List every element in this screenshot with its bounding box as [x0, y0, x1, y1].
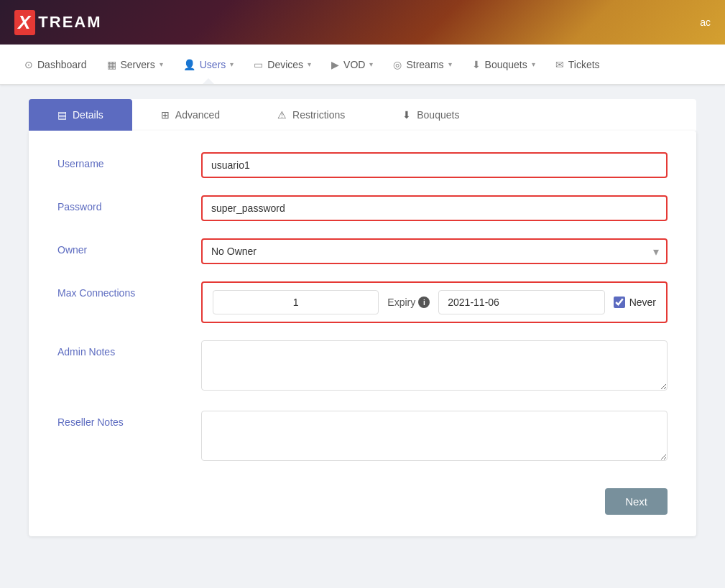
tab-restrictions[interactable]: ⚠ Restrictions — [249, 99, 374, 131]
header: X TREAM ac — [0, 0, 725, 45]
password-row: Password — [57, 195, 668, 221]
advanced-tab-icon: ⊞ — [161, 109, 170, 121]
streams-icon: ◎ — [393, 59, 402, 70]
username-row: Username — [57, 152, 668, 178]
password-input[interactable] — [201, 195, 668, 221]
devices-chevron: ▾ — [308, 60, 311, 68]
password-control — [201, 195, 668, 221]
nav-bouquets[interactable]: ⬇ Bouquets ▾ — [462, 45, 545, 84]
form-card: Username Password Owner No Owner ▾ — [29, 131, 696, 536]
owner-control: No Owner ▾ — [201, 238, 668, 264]
max-connections-control: Expiry i Never — [201, 281, 668, 323]
bouquets-tab-icon: ⬇ — [402, 109, 411, 121]
expiry-text: Expiry — [387, 297, 415, 308]
reseller-notes-control — [201, 411, 668, 464]
nav-vod[interactable]: ▶ VOD ▾ — [321, 45, 383, 84]
owner-row: Owner No Owner ▾ — [57, 238, 668, 264]
username-input[interactable] — [201, 152, 668, 178]
main-content: ▤ Details ⊞ Advanced ⚠ Restrictions ⬇ Bo… — [0, 85, 725, 551]
owner-label: Owner — [57, 238, 201, 256]
next-button[interactable]: Next — [605, 488, 668, 515]
nav-bouquets-label: Bouquets — [485, 59, 527, 70]
never-wrap[interactable]: Never — [614, 297, 656, 308]
nav-tickets-label: Tickets — [568, 59, 600, 70]
streams-chevron: ▾ — [448, 60, 452, 68]
expiry-info-icon: i — [418, 297, 430, 308]
username-control — [201, 152, 668, 178]
logo-tream: TREAM — [38, 13, 101, 32]
tab-bouquets[interactable]: ⬇ Bouquets — [374, 99, 488, 131]
max-connections-row: Max Connections Expiry i Never — [57, 281, 668, 323]
tab-restrictions-label: Restrictions — [292, 109, 345, 121]
users-icon: 👤 — [183, 59, 195, 70]
nav-servers[interactable]: ▦ Servers ▾ — [97, 45, 173, 84]
devices-icon: ▭ — [254, 59, 263, 70]
admin-notes-row: Admin Notes — [57, 340, 668, 393]
nav-vod-label: VOD — [343, 59, 365, 70]
vod-icon: ▶ — [331, 59, 339, 70]
nav-devices-label: Devices — [267, 59, 303, 70]
tab-details-label: Details — [73, 109, 103, 121]
admin-notes-textarea[interactable] — [201, 340, 668, 391]
servers-icon: ▦ — [107, 59, 116, 70]
vod-chevron: ▾ — [369, 60, 373, 68]
reseller-notes-label: Reseller Notes — [57, 411, 201, 428]
restrictions-tab-icon: ⚠ — [277, 109, 287, 121]
expiry-date-input[interactable] — [438, 290, 604, 314]
nav-users[interactable]: 👤 Users ▾ — [173, 45, 244, 84]
reseller-notes-row: Reseller Notes — [57, 411, 668, 464]
admin-notes-label: Admin Notes — [57, 340, 201, 358]
owner-select-wrap: No Owner ▾ — [201, 238, 668, 264]
header-user: ac — [700, 17, 711, 28]
servers-chevron: ▾ — [160, 60, 163, 68]
tab-advanced-label: Advanced — [175, 109, 220, 121]
nav-streams[interactable]: ◎ Streams ▾ — [383, 45, 461, 84]
navbar: ⊙ Dashboard ▦ Servers ▾ 👤 Users ▾ ▭ Devi… — [0, 45, 725, 85]
bouquets-icon: ⬇ — [472, 59, 481, 70]
expiry-label: Expiry i — [387, 297, 430, 308]
form-actions: Next — [57, 481, 668, 515]
nav-devices[interactable]: ▭ Devices ▾ — [244, 45, 321, 84]
tab-bouquets-label: Bouquets — [417, 109, 459, 121]
connections-wrap: Expiry i Never — [201, 281, 668, 323]
owner-select[interactable]: No Owner — [201, 238, 668, 264]
nav-users-label: Users — [200, 59, 226, 70]
logo: X TREAM — [14, 10, 102, 35]
bouquets-chevron: ▾ — [532, 60, 535, 68]
max-connections-label: Max Connections — [57, 281, 201, 299]
admin-notes-control — [201, 340, 668, 393]
reseller-notes-textarea[interactable] — [201, 411, 668, 461]
nav-dashboard-label: Dashboard — [37, 59, 87, 70]
max-connections-input[interactable] — [213, 290, 379, 314]
never-label: Never — [629, 297, 656, 308]
dashboard-icon: ⊙ — [24, 59, 33, 70]
username-label: Username — [57, 152, 201, 169]
never-checkbox[interactable] — [614, 297, 625, 308]
tickets-icon: ✉ — [555, 59, 564, 70]
tabs-bar: ▤ Details ⊞ Advanced ⚠ Restrictions ⬇ Bo… — [29, 99, 696, 131]
nav-servers-label: Servers — [121, 59, 155, 70]
nav-streams-label: Streams — [406, 59, 443, 70]
users-chevron: ▾ — [230, 60, 234, 68]
details-tab-icon: ▤ — [57, 109, 67, 121]
logo-x: X — [14, 10, 35, 35]
tab-details[interactable]: ▤ Details — [29, 99, 132, 131]
password-label: Password — [57, 195, 201, 213]
nav-dashboard[interactable]: ⊙ Dashboard — [14, 45, 97, 84]
tab-advanced[interactable]: ⊞ Advanced — [132, 99, 249, 131]
nav-tickets[interactable]: ✉ Tickets — [545, 45, 610, 84]
